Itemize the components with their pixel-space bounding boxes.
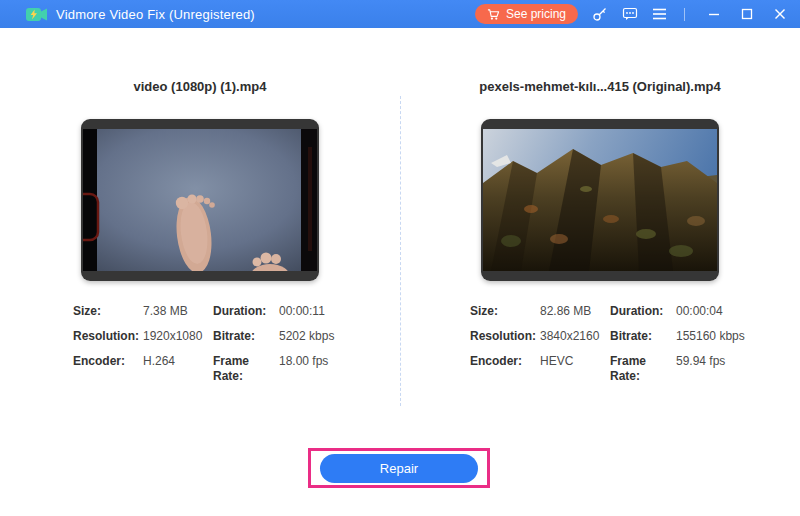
meta-value: 7.38 MB bbox=[143, 304, 213, 319]
meta-label: Encoder: bbox=[470, 354, 540, 384]
titlebar-separator bbox=[684, 8, 685, 21]
meta-value: 5202 kbps bbox=[279, 329, 389, 344]
meta-label: Duration: bbox=[213, 304, 279, 319]
feedback-chat-icon[interactable] bbox=[621, 6, 638, 23]
meta-value: HEVC bbox=[540, 354, 610, 384]
titlebar: Vidmore Video Fix (Unregistered) See pri… bbox=[0, 0, 800, 28]
repair-button-highlight: Repair bbox=[308, 448, 490, 488]
meta-value: H.264 bbox=[143, 354, 213, 384]
meta-label: Size: bbox=[470, 304, 540, 319]
window-title: Vidmore Video Fix (Unregistered) bbox=[56, 7, 255, 22]
meta-value: 82.86 MB bbox=[540, 304, 610, 319]
meta-value: 18.00 fps bbox=[279, 354, 389, 384]
meta-label: Bitrate: bbox=[213, 329, 279, 344]
close-icon[interactable] bbox=[771, 6, 788, 23]
meta-value: 59.94 fps bbox=[676, 354, 786, 384]
cart-icon bbox=[487, 8, 500, 21]
maximize-icon[interactable] bbox=[738, 6, 755, 23]
meta-label: Encoder: bbox=[73, 354, 143, 384]
left-video-filename: video (1080p) (1).mp4 bbox=[0, 79, 400, 94]
see-pricing-button[interactable]: See pricing bbox=[475, 4, 578, 24]
meta-value: 155160 kbps bbox=[676, 329, 786, 344]
see-pricing-label: See pricing bbox=[506, 7, 566, 21]
meta-value: 00:00:04 bbox=[676, 304, 786, 319]
right-video-metadata: Size: 82.86 MB Duration: 00:00:04 Resolu… bbox=[470, 304, 786, 384]
panel-divider bbox=[400, 96, 401, 406]
app-logo-icon bbox=[26, 6, 48, 23]
meta-value: 1920x1080 bbox=[143, 329, 213, 344]
titlebar-right-group: See pricing bbox=[475, 4, 788, 24]
meta-label: Size: bbox=[73, 304, 143, 319]
menu-icon[interactable] bbox=[651, 6, 668, 23]
meta-label: Frame Rate: bbox=[213, 354, 279, 384]
meta-label: Frame Rate: bbox=[610, 354, 676, 384]
meta-label: Resolution: bbox=[73, 329, 143, 344]
meta-value: 00:00:11 bbox=[279, 304, 389, 319]
meta-label: Resolution: bbox=[470, 329, 540, 344]
meta-label: Duration: bbox=[610, 304, 676, 319]
right-video-thumbnail bbox=[481, 119, 719, 281]
meta-label: Bitrate: bbox=[610, 329, 676, 344]
left-video-thumbnail bbox=[81, 119, 319, 281]
repair-button[interactable]: Repair bbox=[320, 454, 478, 483]
minimize-icon[interactable] bbox=[705, 6, 722, 23]
meta-value: 3840x2160 bbox=[540, 329, 610, 344]
app-window: Vidmore Video Fix (Unregistered) See pri… bbox=[0, 0, 800, 516]
register-key-icon[interactable] bbox=[591, 6, 608, 23]
right-video-filename: pexels-mehmet-kılı...415 (Original).mp4 bbox=[400, 79, 800, 94]
window-controls bbox=[705, 6, 788, 23]
left-video-metadata: Size: 7.38 MB Duration: 00:00:11 Resolut… bbox=[73, 304, 389, 384]
